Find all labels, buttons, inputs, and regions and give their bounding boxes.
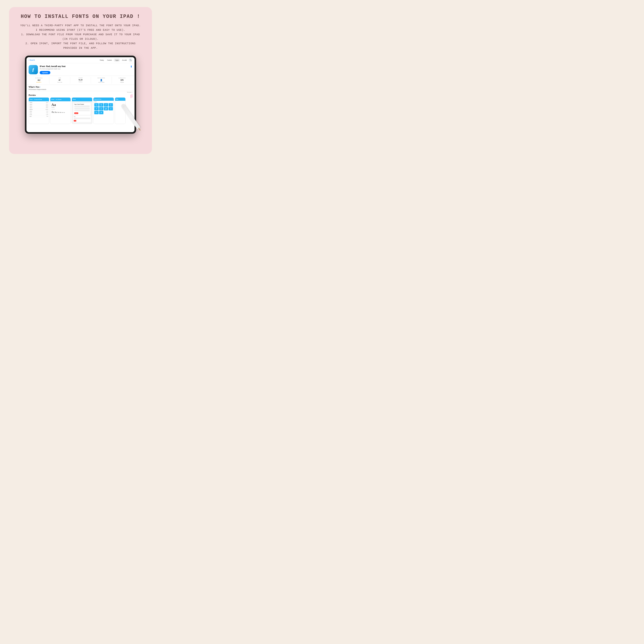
pencil-line	[123, 106, 124, 107]
tab-apps[interactable]: Apps	[114, 59, 120, 62]
back-label: Search	[30, 59, 35, 61]
ss2-header: iFont — Aa Ubuntu	[50, 98, 71, 101]
ss3-body: Super Junior Regular Install URL Go	[72, 101, 92, 123]
glyph-cell: ♦	[109, 103, 113, 107]
font-item: AbastoAbasto	[30, 105, 48, 107]
stats-bar: 83 RATINGS 4.2 ★★★★☆ AGE 4+ Years Old CH…	[26, 76, 135, 85]
squiggly-lines	[129, 93, 134, 99]
glyph-cell: %	[94, 103, 99, 107]
chevron-icon: ›	[40, 86, 41, 88]
stat-age: AGE 4+ Years Old	[49, 77, 70, 84]
app-icon: ƒ	[29, 65, 38, 74]
tab-games[interactable]: Games	[106, 59, 113, 62]
preview-title: Preview	[29, 94, 132, 96]
glyph-cell: ✓	[104, 103, 108, 107]
screenshot-1: iFont — Featured Fonts AbalimAbalim Abas…	[29, 97, 49, 124]
font-item: AbberyAbbery	[30, 107, 48, 109]
whats-new-section: What's New › Performance Improvements	[26, 85, 135, 91]
step2-text: 2. Open iFont, import the font file, and…	[20, 41, 141, 50]
update-button[interactable]: Update	[40, 71, 50, 74]
screenshot-5: iFont	[115, 97, 126, 124]
app-name: iFont: find, install any font	[40, 65, 128, 68]
main-card: How to Install Fonts on Your iPad ! You'…	[9, 7, 152, 154]
step1-text: 1. Download the font file from your purc…	[20, 32, 141, 41]
ipad-mockup: ‹ Search Today Games Apps Arcade 🔍 ƒ iFo…	[25, 56, 136, 134]
glyph-cell: @	[104, 107, 108, 110]
instructions-block: You'll need a third-party font app to in…	[20, 23, 141, 50]
app-subtitle: Pro font management made easy	[40, 68, 128, 70]
pencil-tip	[139, 129, 140, 130]
font-item: AbalimAbalim	[30, 102, 48, 104]
back-arrow-icon: ‹	[29, 59, 29, 61]
tab-today[interactable]: Today	[98, 59, 105, 62]
ss4-grid: % X ✓ ♦ J ƒ @ 2 G 9	[93, 102, 114, 115]
share-icon[interactable]: ⬆	[130, 65, 132, 68]
ss4-header: Imported Fonts	[93, 98, 114, 101]
whats-new-title: What's New ›	[29, 86, 132, 88]
font-item: BaquelaBaquela	[30, 109, 48, 110]
preview-section: Preview iFont — Featured Fonts AbalimAba…	[26, 93, 135, 132]
font-item: CadocCadoc	[30, 112, 48, 114]
page-title: How to Install Fonts on Your iPad !	[21, 14, 140, 19]
screenshot-3: iFont Super Junior Regular Install	[72, 97, 92, 124]
app-store-topbar: ‹ Search Today Games Apps Arcade 🔍	[26, 57, 135, 63]
ss3-header: iFont	[72, 98, 92, 101]
font-item: DagoDago	[30, 116, 48, 117]
font-item: CabanCaban	[30, 110, 48, 112]
screenshot-2: iFont — Aa Ubuntu Aa Ubuntu Information …	[50, 97, 71, 124]
app-details: iFont: find, install any font Pro font m…	[40, 65, 128, 74]
glyph-cell: 2	[109, 107, 113, 110]
whats-new-desc: Performance Improvements	[29, 88, 132, 90]
stat-chart: CHART No.28 Utilities	[70, 77, 91, 84]
recommend-text: I recommend using iFont (it's free and e…	[20, 28, 141, 32]
app-info: ƒ iFont: find, install any font Pro font…	[26, 63, 135, 76]
glyph-cell: 9	[99, 111, 103, 114]
ss2-content: Aa Ubuntu Information Aa Aa Aa Aa Aa Aa	[50, 101, 71, 115]
nav-tabs: Today Games Apps Arcade 🔍	[98, 58, 132, 62]
glyph-cell: ƒ	[99, 107, 103, 110]
tab-arcade[interactable]: Arcade	[120, 59, 128, 62]
ss5-header: iFont	[115, 98, 126, 101]
stat-developer: DEVELOPER 👤 VINCI APPS	[91, 77, 112, 84]
glyph-cell: G	[94, 111, 99, 114]
stat-language: LANGUAGE EN English	[112, 77, 132, 84]
ss1-font-list: AbalimAbalim AbassyAbassy AbastoAbasto A…	[29, 101, 49, 118]
intro-text: You'll need a third-party font app to in…	[20, 23, 141, 28]
preview-screenshots: iFont — Featured Fonts AbalimAbalim Abas…	[29, 97, 132, 124]
glyph-cell: J	[94, 107, 99, 110]
version-note: Version 1	[26, 91, 135, 93]
ss1-header: iFont — Featured Fonts	[29, 98, 49, 101]
ipad-screen: ‹ Search Today Games Apps Arcade 🔍 ƒ iFo…	[26, 57, 135, 132]
search-icon-button[interactable]: 🔍	[129, 58, 132, 62]
screenshot-4: Imported Fonts Glyphs % X ✓ ♦ J ƒ @ 2	[93, 97, 114, 124]
stat-ratings: 83 RATINGS 4.2 ★★★★☆	[29, 77, 49, 84]
font-item: AbassyAbassy	[30, 104, 48, 105]
font-item: CoedoCoedo	[30, 114, 48, 116]
glyph-cell: X	[99, 103, 103, 107]
back-button[interactable]: ‹ Search	[29, 59, 35, 61]
